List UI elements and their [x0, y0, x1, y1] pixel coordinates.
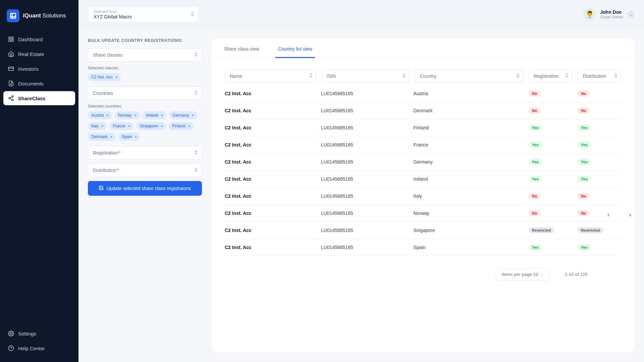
countries-placeholder: Countries: [93, 90, 113, 96]
chevron-updown-icon: [402, 73, 406, 79]
sidebar-item-shareclass[interactable]: ShareClass: [3, 91, 75, 105]
status-badge: No: [529, 210, 540, 216]
bulk-update-panel: BULK UPDATE COUNTRY REGISTRATIONS: Share…: [88, 38, 202, 353]
table-row: C2 Inst. AccLU0145685165FinlandYesYes: [225, 119, 621, 136]
table-row: C2 Inst. AccLU0145685165AustriaNoNo: [225, 85, 621, 102]
chip-label: Norway: [118, 113, 132, 118]
filter-country[interactable]: Country: [415, 70, 523, 82]
cell-name: C2 Inst. Acc: [225, 228, 316, 233]
chevron-updown-icon: [191, 12, 194, 17]
sidebar-item-help-center[interactable]: Help Center: [3, 341, 75, 355]
status-badge: No: [529, 193, 540, 199]
tab-country-list-view[interactable]: Country list view: [275, 46, 315, 58]
share-classes-placeholder: Share classes: [93, 52, 122, 58]
chip-label: Spain: [122, 134, 132, 139]
svg-rect-0: [11, 13, 16, 18]
chevron-updown-icon: [614, 73, 618, 79]
status-badge: Restricted: [578, 227, 603, 233]
dashboard-icon: [8, 36, 14, 42]
chip-label: Denmark: [91, 134, 108, 139]
chevron-updown-icon: [194, 90, 198, 96]
cell-isin: LU0145685165: [321, 245, 408, 250]
cell-registration: Yes: [529, 176, 572, 182]
close-icon[interactable]: ×: [188, 124, 190, 128]
selected-classes-label: Selected classes:: [88, 66, 202, 70]
svg-line-13: [10, 99, 12, 100]
cell-country: Austria: [414, 91, 523, 96]
share-icon: [8, 95, 14, 101]
sidebar-item-dashboard[interactable]: Dashboard: [3, 32, 75, 46]
cell-distribution: Yes: [578, 125, 621, 131]
chip-label: C2 Inst. Acc: [91, 75, 113, 79]
status-badge: Yes: [529, 159, 542, 165]
filter-registration[interactable]: Registration: [529, 70, 572, 82]
close-icon[interactable]: ×: [115, 75, 117, 79]
close-icon[interactable]: ×: [106, 113, 108, 117]
close-icon[interactable]: ×: [134, 113, 136, 117]
close-icon[interactable]: ×: [128, 124, 130, 128]
pager-prev[interactable]: ‹: [607, 211, 609, 218]
status-badge: No: [578, 210, 589, 216]
table-row: C2 Inst. AccLU0145685165DenmarkNoNo: [225, 102, 621, 119]
country-chip: Finland×: [169, 122, 194, 130]
cell-registration: Yes: [529, 142, 572, 148]
cell-country: Norway: [414, 210, 523, 216]
cell-name: C2 Inst. Acc: [225, 193, 316, 199]
cell-distribution: Yes: [578, 142, 621, 148]
sidebar-item-investors[interactable]: Investors: [3, 62, 75, 76]
cell-registration: Restricted: [529, 227, 572, 233]
countries-select[interactable]: Countries: [88, 86, 202, 100]
cell-registration: No: [529, 193, 572, 199]
close-icon[interactable]: ×: [110, 135, 112, 139]
close-icon[interactable]: ×: [192, 113, 194, 117]
chip-label: Finland: [172, 124, 185, 128]
cell-country: Spain: [414, 245, 523, 250]
cell-name: C2 Inst. Acc: [225, 125, 316, 130]
cell-registration: Yes: [529, 244, 572, 250]
cell-name: C2 Inst. Acc: [225, 176, 316, 182]
selected-countries-label: Selected countries:: [88, 104, 202, 109]
cell-distribution: Yes: [578, 176, 621, 182]
update-registrations-button[interactable]: Update selected share class registraions: [88, 181, 202, 196]
distribution-select[interactable]: Distribution*: [88, 164, 202, 177]
document-icon: [8, 80, 14, 86]
sidebar: iQuant Solutions DashboardReal EstateInv…: [0, 0, 78, 362]
registration-select[interactable]: Registration*: [88, 146, 202, 160]
sidebar-item-real-estate[interactable]: Real Estate: [3, 47, 75, 61]
cell-isin: LU0145685165: [321, 125, 408, 130]
filter-name[interactable]: Name: [225, 70, 316, 82]
items-per-page-select[interactable]: Items per page:10 ⌄: [496, 268, 549, 281]
country-chip: Spain×: [118, 133, 140, 141]
filter-distribution[interactable]: Distribution: [578, 70, 621, 82]
close-icon[interactable]: ×: [135, 135, 137, 139]
close-icon[interactable]: ×: [161, 113, 163, 117]
sidebar-item-documents[interactable]: Documents: [3, 76, 75, 90]
pager-next[interactable]: ›: [629, 211, 631, 218]
chevron-updown-icon: [309, 73, 313, 79]
svg-point-10: [9, 98, 10, 99]
chip-label: Ireland: [146, 113, 158, 118]
sidebar-item-label: Real Estate: [18, 51, 44, 57]
share-classes-select[interactable]: Share classes: [88, 48, 202, 62]
cell-distribution: No: [578, 193, 621, 199]
filter-isin[interactable]: ISIN: [322, 70, 410, 82]
cell-registration: No: [529, 108, 572, 114]
registrations-table: C2 Inst. AccLU0145685165AustriaNoNoC2 In…: [225, 85, 621, 256]
cell-distribution: Yes: [578, 244, 621, 250]
topbar: Selected fund XYZ Global Macro 👨‍💼 John …: [78, 0, 644, 29]
fund-selector[interactable]: Selected fund XYZ Global Macro: [88, 6, 199, 22]
sidebar-item-settings[interactable]: Settings: [3, 326, 75, 341]
status-badge: Yes: [578, 125, 591, 131]
close-icon[interactable]: ×: [101, 124, 103, 128]
close-icon[interactable]: ×: [161, 124, 163, 128]
status-badge: Yes: [529, 142, 542, 148]
user-menu-toggle[interactable]: ⌄: [627, 11, 635, 18]
save-icon: [99, 185, 104, 191]
pagination-range: 1-10 of 125: [565, 272, 588, 277]
tab-share-class-view[interactable]: Share class view: [221, 46, 262, 58]
cell-isin: LU0145685165: [321, 228, 408, 233]
chevron-updown-icon: [516, 73, 520, 79]
view-tabs: Share class view Country list view: [211, 42, 635, 58]
cell-isin: LU0145685165: [321, 142, 408, 147]
sidebar-item-label: Documents: [18, 81, 44, 86]
